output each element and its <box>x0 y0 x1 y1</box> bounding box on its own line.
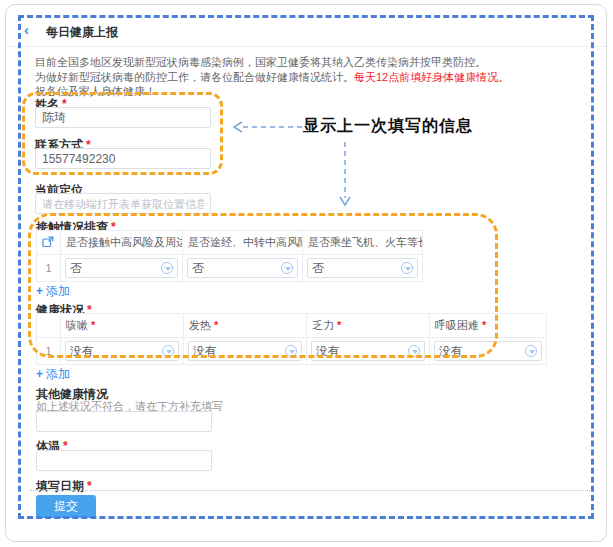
subform-expand-icon[interactable] <box>37 231 61 255</box>
select-dropdown-icon <box>281 262 293 274</box>
health-table-add-button[interactable]: +添加 <box>36 366 70 383</box>
other-health-input[interactable] <box>36 411 212 432</box>
contact-col-header: 是否途经、中转中高风险及周边... <box>183 231 303 255</box>
health-select-fatigue[interactable]: 没有 <box>311 341 425 361</box>
health-select-cough[interactable]: 没有 <box>65 341 179 361</box>
contact-col-header: 是否乘坐飞机、火车等长途交通... <box>303 231 423 255</box>
contact-table-add-button[interactable]: +添加 <box>36 283 70 300</box>
plus-icon: + <box>36 367 43 381</box>
page: ‹ 每日健康上报 目前全国多地区发现新型冠状病毒感染病例，国家卫健委将其纳入乙类… <box>0 0 613 547</box>
temperature-input[interactable] <box>36 450 212 471</box>
health-table-header-row: 咳嗽* 发热* 乏力* 呼吸困难* <box>37 314 547 338</box>
contact-select-2[interactable]: 否 <box>187 258 298 278</box>
intro-line-1: 目前全国多地区发现新型冠状病毒感染病例，国家卫健委将其纳入乙类传染病并按甲类防控… <box>35 55 575 70</box>
location-input[interactable] <box>35 193 211 214</box>
form-header: ‹ 每日健康上报 <box>6 17 606 47</box>
row-index: 1 <box>37 255 61 282</box>
health-select-fever[interactable]: 没有 <box>188 341 302 361</box>
fill-date-label: 填写日期* <box>36 478 92 495</box>
select-dropdown-icon <box>162 345 174 357</box>
submit-button[interactable]: 提交 <box>36 495 96 518</box>
select-dropdown-icon <box>161 262 173 274</box>
page-title: 每日健康上报 <box>46 24 118 41</box>
contact-table: 是否接触中高风险及周边地区人员 是否途经、中转中高风险及周边... 是否乘坐飞机… <box>36 230 423 282</box>
health-table: 咳嗽* 发热* 乏力* 呼吸困难* 1 没有 没有 没有 没有 <box>36 313 547 365</box>
intro-line-3: 祝各位及家人身体健康！ <box>35 84 575 99</box>
intro-line-2: 为做好新型冠状病毒的防控工作，请各位配合做好健康情况统计。每天12点前填好身体健… <box>35 70 575 85</box>
down-dashed-arrow-icon <box>338 140 352 208</box>
intro-warning-text: 每天12点前填好身体健康情况。 <box>354 71 509 83</box>
intro-text: 目前全国多地区发现新型冠状病毒感染病例，国家卫健委将其纳入乙类传染病并按甲类防控… <box>35 55 575 99</box>
health-col-header: 发热* <box>184 314 307 338</box>
left-dashed-arrow-icon <box>229 120 305 134</box>
contact-input[interactable] <box>35 148 211 169</box>
contact-select-1[interactable]: 否 <box>65 258 178 278</box>
select-dropdown-icon <box>525 345 537 357</box>
back-chevron-icon[interactable]: ‹ <box>24 21 29 38</box>
health-col-header: 乏力* <box>307 314 430 338</box>
table-row: 1 否 否 否 <box>37 255 423 282</box>
contact-col-header: 是否接触中高风险及周边地区人员 <box>61 231 183 255</box>
health-col-header: 呼吸困难* <box>430 314 547 338</box>
row-index: 1 <box>37 338 61 365</box>
plus-icon: + <box>36 284 43 298</box>
health-table-corner-cell <box>37 314 61 338</box>
fill-date-divider <box>30 490 590 491</box>
annotation-previous-info: 显示上一次填写的信息 <box>303 116 473 137</box>
health-select-breath[interactable]: 没有 <box>434 341 542 361</box>
health-col-header: 咳嗽* <box>61 314 184 338</box>
select-dropdown-icon <box>401 262 413 274</box>
select-dropdown-icon <box>285 345 297 357</box>
table-row: 1 没有 没有 没有 没有 <box>37 338 547 365</box>
select-dropdown-icon <box>408 345 420 357</box>
name-input[interactable] <box>35 107 211 128</box>
contact-table-header-row: 是否接触中高风险及周边地区人员 是否途经、中转中高风险及周边... 是否乘坐飞机… <box>37 231 423 255</box>
contact-select-3[interactable]: 否 <box>307 258 418 278</box>
